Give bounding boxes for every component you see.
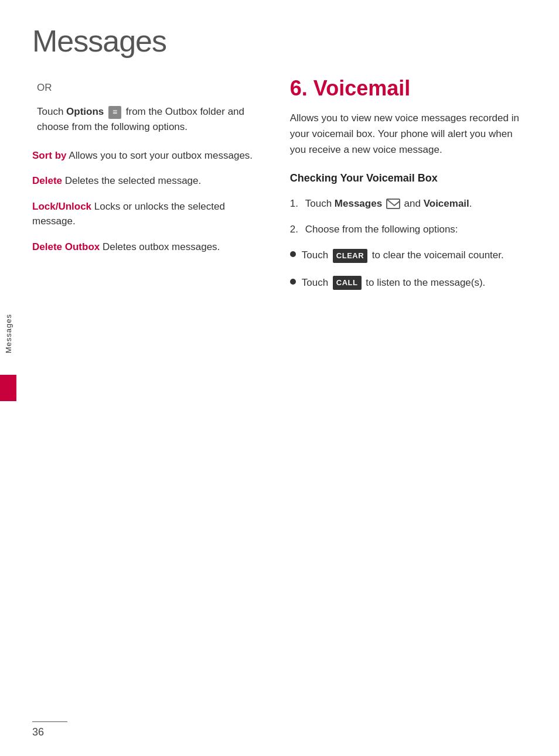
voicemail-section-title: 6. Voicemail — [290, 76, 530, 101]
options-icon — [108, 106, 121, 119]
feature-lock-unlock: Lock/Unlock Locks or unlocks the selecte… — [32, 199, 261, 229]
sidebar-label: Messages — [0, 281, 16, 386]
two-column-layout: OR Touch Options from the Outbox folder … — [32, 76, 530, 302]
step-2-num: 2. — [290, 222, 302, 237]
page-number-line — [32, 721, 67, 722]
sidebar-pink-bar — [0, 375, 16, 401]
bullet-call-content: Touch CALL to listen to the message(s). — [302, 275, 486, 290]
feature-delete: Delete Deletes the selected message. — [32, 173, 261, 189]
feature-sort-by: Sort by Allows you to sort your outbox m… — [32, 148, 261, 163]
section-number: 6. — [290, 76, 308, 100]
bullet-dot-1 — [290, 251, 296, 257]
touch-options-paragraph: Touch Options from the Outbox folder and… — [37, 104, 261, 135]
page-title: Messages — [32, 23, 530, 59]
page-number: 36 — [32, 726, 44, 738]
bullet-clear-content: Touch CLEAR to clear the voicemail count… — [302, 248, 504, 263]
step-2: 2. Choose from the following options: — [290, 222, 530, 237]
left-column: OR Touch Options from the Outbox folder … — [32, 76, 278, 302]
right-column: 6. Voicemail Allows you to view new voic… — [278, 76, 530, 302]
delete-outbox-label: Delete Outbox — [32, 241, 100, 252]
step-1-num: 1. — [290, 196, 302, 211]
feature-delete-outbox: Delete Outbox Deletes outbox messages. — [32, 240, 261, 255]
sort-by-description: Allows you to sort your outbox messages. — [69, 150, 253, 161]
bullet-call: Touch CALL to listen to the message(s). — [290, 275, 530, 290]
options-bold-text: Options — [66, 106, 104, 117]
main-content: Messages OR Touch Options from the Outbo… — [0, 0, 559, 326]
delete-outbox-description: Deletes outbox messages. — [103, 241, 220, 252]
delete-label: Delete — [32, 175, 62, 186]
voicemail-bold: Voicemail — [424, 198, 469, 209]
checking-voicemail-title: Checking Your Voicemail Box — [290, 171, 530, 186]
lock-unlock-label: Lock/Unlock — [32, 201, 91, 212]
bullet-list: Touch CLEAR to clear the voicemail count… — [290, 248, 530, 290]
sidebar-text: Messages — [4, 314, 13, 353]
step-1-content: Touch Messages and Voicemail. — [305, 196, 472, 211]
step-2-content: Choose from the following options: — [305, 222, 458, 237]
page-container: Messages Messages OR Touch Options from … — [0, 0, 559, 756]
call-badge: CALL — [333, 276, 362, 290]
clear-badge: CLEAR — [333, 249, 367, 263]
voicemail-intro: Allows you to view new voice messages re… — [290, 110, 530, 158]
or-divider: OR — [37, 82, 261, 94]
bullet-clear: Touch CLEAR to clear the voicemail count… — [290, 248, 530, 263]
step-1: 1. Touch Messages and Voicemail. — [290, 196, 530, 211]
touch-options-prefix: Touch — [37, 106, 66, 117]
bullet-dot-2 — [290, 279, 296, 285]
section-title-text: Voicemail — [313, 76, 410, 100]
sort-by-label: Sort by — [32, 150, 67, 161]
delete-description: Deletes the selected message. — [65, 175, 201, 186]
messages-bold: Messages — [335, 198, 382, 209]
